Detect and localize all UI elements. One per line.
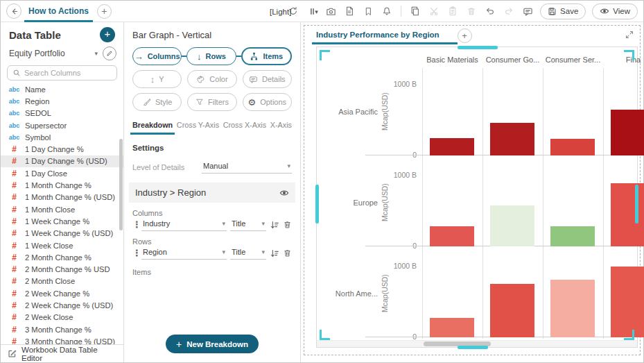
columns-field-value: Industry <box>143 219 170 228</box>
bar-asia-pacific-basic-materials[interactable] <box>430 138 474 155</box>
view-button[interactable]: View <box>592 3 638 19</box>
level-of-details-select[interactable]: Manual ▾ <box>202 160 292 174</box>
bar-graph-visualization[interactable]: Basic MaterialsConsumer Go...Consumer Se… <box>316 47 638 348</box>
bar-asia-pacific-fina[interactable] <box>611 110 644 155</box>
add-workbook-page-button[interactable]: + <box>97 4 112 19</box>
search-input[interactable] <box>24 69 107 77</box>
tab-x-axis[interactable]: X-Axis <box>270 116 292 135</box>
visibility-eye-icon[interactable] <box>279 188 289 198</box>
breakdown-header[interactable]: Industry > Region <box>129 183 295 203</box>
column-item-label: Symbol <box>25 133 51 142</box>
column-item[interactable]: abcRegion <box>1 95 123 107</box>
column-item[interactable]: #1 Month Change % <box>1 179 123 191</box>
theme-selector[interactable]: [Light] ▾ <box>270 1 318 22</box>
save-button[interactable]: Save <box>540 3 586 19</box>
bar-asia-pacific-consumer-ser-[interactable] <box>550 139 595 155</box>
sort-icon[interactable] <box>270 220 279 230</box>
filters-shelf-button[interactable]: Filters <box>187 93 236 111</box>
undo-icon[interactable] <box>484 5 496 17</box>
column-item[interactable]: #1 Week Close <box>1 239 123 251</box>
rows-field-select[interactable]: Region ▾ <box>141 246 227 260</box>
numeric-type-icon: # <box>7 156 21 166</box>
bar-north-ame--fina[interactable] <box>611 267 644 337</box>
add-data-table-button[interactable]: + <box>100 27 115 42</box>
bar-europe-fina[interactable] <box>611 183 644 246</box>
workbook-data-table-editor-button[interactable]: Workbook Data Table Editor <box>1 344 123 362</box>
tab-cross-y-axis[interactable]: Cross Y-Axis <box>177 116 219 135</box>
resize-handle-right[interactable] <box>635 185 638 223</box>
column-item[interactable]: #3 Month Change % (USD) <box>1 335 123 344</box>
back-button[interactable] <box>6 3 21 19</box>
bar-europe-consumer-ser-[interactable] <box>550 226 595 246</box>
y-shelf-button[interactable]: ↕Y <box>132 70 182 88</box>
column-item[interactable]: #1 Week Change % (USD) <box>1 228 123 239</box>
columns-title-value: Title <box>232 219 245 228</box>
workbook-tab[interactable]: How to Actions <box>27 1 90 22</box>
snapshot-camera-icon[interactable] <box>324 5 337 17</box>
delete-trash-icon[interactable] <box>283 220 292 229</box>
style-shelf-button[interactable]: Style <box>132 93 182 111</box>
resize-handle-top[interactable] <box>458 46 498 49</box>
column-item[interactable]: #2 Month Close <box>1 276 123 287</box>
expand-icon[interactable] <box>625 29 634 42</box>
bar-europe-basic-materials[interactable] <box>430 226 474 246</box>
column-item[interactable]: #1 Day Change % (USD) <box>1 155 123 167</box>
details-shelf-button[interactable]: Details <box>243 70 292 88</box>
bar-north-ame--basic-materials[interactable] <box>430 318 474 337</box>
column-item[interactable]: #2 Month Change % USD <box>1 263 123 275</box>
column-item[interactable]: #1 Month Close <box>1 203 123 215</box>
tab-cross-x-axis[interactable]: Cross X-Axis <box>223 116 266 135</box>
columns-field-select[interactable]: Industry ▾ <box>141 218 227 231</box>
export-pdf-icon[interactable] <box>343 5 356 17</box>
add-dashboard-button[interactable]: + <box>458 28 472 43</box>
edit-data-table-button[interactable] <box>103 47 116 60</box>
visualization-settings-panel: Bar Graph - Vertical →Columns↓RowsItems … <box>124 22 301 362</box>
bar-north-ame--consumer-go-[interactable] <box>490 284 534 337</box>
bar-europe-consumer-go-[interactable] <box>490 205 534 246</box>
sort-icon[interactable] <box>270 248 279 258</box>
column-item[interactable]: #2 Month Change % <box>1 251 123 263</box>
column-item[interactable]: #3 Month Change % <box>1 323 123 335</box>
items-shelf-button[interactable]: Items <box>241 47 292 65</box>
column-item[interactable]: abcSupersector <box>1 119 123 131</box>
column-item[interactable]: abcSymbol <box>1 131 123 143</box>
columns-title-select[interactable]: Title ▾ <box>230 218 266 231</box>
text-type-icon: abc <box>7 134 21 141</box>
copy-icon[interactable] <box>409 5 421 17</box>
delete-trash-icon[interactable] <box>283 248 292 258</box>
columns-shelf-button[interactable]: →Columns <box>132 47 182 65</box>
column-item[interactable]: abcSEDOL <box>1 108 123 119</box>
save-label: Save <box>560 7 578 15</box>
column-item[interactable]: #1 Month Change % (USD) <box>1 192 123 203</box>
rows-title-select[interactable]: Title ▾ <box>230 246 266 260</box>
options-shelf-button[interactable]: ⚙Options <box>243 93 292 111</box>
selection-corner-top-left <box>320 50 330 60</box>
color-shelf-button[interactable]: Color <box>187 70 236 88</box>
rows-shelf-button[interactable]: ↓Rows <box>186 47 236 65</box>
column-item[interactable]: abcName <box>1 83 123 95</box>
drag-handle-icon[interactable]: ⋮ <box>132 248 138 258</box>
column-item[interactable]: #2 Week Change % <box>1 287 123 299</box>
list-scrollbar[interactable] <box>119 139 123 230</box>
tab-breakdown[interactable]: Breakdown <box>132 116 173 135</box>
numeric-type-icon: # <box>7 301 21 310</box>
theme-label: [Light] <box>270 8 291 16</box>
bar-asia-pacific-consumer-go-[interactable] <box>490 123 534 155</box>
column-item[interactable]: #1 Day Close <box>1 167 123 179</box>
bar-north-ame--consumer-ser-[interactable] <box>550 280 595 337</box>
notifications-bell-icon[interactable] <box>381 5 393 17</box>
resize-handle-left[interactable] <box>315 185 319 223</box>
comment-icon[interactable] <box>521 5 534 17</box>
column-item[interactable]: #2 Week Close <box>1 312 123 323</box>
dashboard-tab[interactable]: Industry Performance by Region <box>312 28 448 44</box>
column-item[interactable]: #2 Week Change % (USD) <box>1 299 123 311</box>
column-item-label: 1 Month Close <box>25 205 75 214</box>
new-breakdown-button[interactable]: + New Breakdown <box>166 335 259 353</box>
data-table-selector[interactable]: Equity Portfolio ▾ <box>1 44 123 62</box>
bookmark-icon[interactable] <box>362 5 374 17</box>
resize-handle-bottom[interactable] <box>458 346 488 349</box>
drag-handle-icon[interactable]: ⋮ <box>132 219 138 230</box>
column-item[interactable]: #1 Week Change % <box>1 215 123 227</box>
column-item[interactable]: #1 Day Change % <box>1 143 123 155</box>
delete-trash-icon <box>465 5 478 17</box>
